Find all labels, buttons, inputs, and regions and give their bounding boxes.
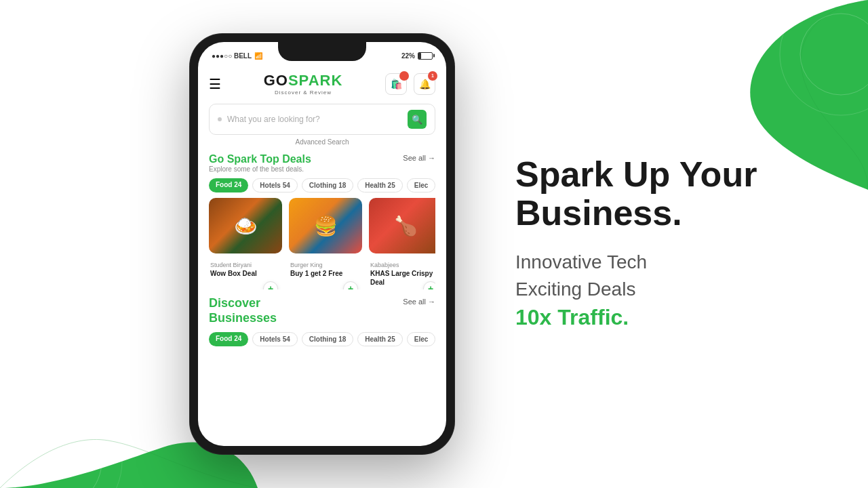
filter-tab-clothing[interactable]: Clothing 18 [302,178,353,192]
app-header: ☰ GOSPARK Discover & Review 🛍️ � [209,66,435,104]
cart-badge [399,71,409,81]
see-all-arrow-icon: → [428,154,435,162]
notification-button[interactable]: 🔔 1 [414,73,435,95]
logo-text: GOSPARK [264,72,343,89]
battery-indicator [418,52,433,60]
notification-badge: 1 [428,71,437,81]
discover-filter-tab-elec[interactable]: Elec [407,332,435,346]
main-headline: Spark Up Your Business. [515,155,814,232]
discover-filter-tab-clothing[interactable]: Clothing 18 [302,332,353,346]
discover-filter-tab-health[interactable]: Health 25 [357,332,402,346]
deal-card-emoji: 🍛 [209,198,282,253]
phone-frame: ●●●○○ BELL 📶 22% ☰ GOSPARK [190,34,454,454]
deal-card-emoji: 🍗 [369,198,435,253]
battery-fill [418,53,421,59]
deals-scroll: 🍛 + Student Biryani Wow Box Deal 🍔 + Bur… [209,198,435,289]
cart-button[interactable]: 🛍️ [385,73,407,95]
deal-vendor: Kababjees [370,262,435,268]
wifi-icon: 📶 [254,52,262,60]
search-input[interactable]: What you are looking for? [227,115,408,124]
svg-point-2 [7,413,102,488]
status-carrier: ●●●○○ BELL 📶 [212,52,262,60]
deal-card-emoji: 🍔 [289,198,362,253]
advanced-search-link[interactable]: Advanced Search [209,138,435,146]
deal-card[interactable]: 🍗 + Kababjees KHAS Large Crispy Deal [369,198,435,289]
header-icons: 🛍️ 🔔 1 [385,73,435,95]
top-deals-title-group: Go Spark Top Deals Explore some of the b… [209,152,311,173]
svg-point-3 [0,393,122,488]
discover-filter-tab-food[interactable]: Food 24 [209,332,248,346]
svg-point-0 [800,14,868,95]
deal-card-image: 🍗 [369,198,435,253]
top-deals-title: Go Spark Top Deals [209,152,311,165]
deal-vendor: Student Biryani [210,262,281,268]
discover-title: Discover Businesses [209,296,277,325]
phone-mockup: ●●●○○ BELL 📶 22% ☰ GOSPARK [190,34,454,454]
category-filter-tabs: Food 24Hotels 54Clothing 18Health 25Elec [209,178,435,192]
phone-screen: ●●●○○ BELL 📶 22% ☰ GOSPARK [198,42,446,446]
deal-card-info: Student Biryani Wow Box Deal [209,253,282,281]
discover-filter-tab-hotels[interactable]: Hotels 54 [252,332,297,346]
top-deals-subtitle: Explore some of the best deals. [209,165,311,173]
deal-name: Wow Box Deal [210,269,281,278]
app-content: ☰ GOSPARK Discover & Review 🛍️ � [198,66,446,446]
deal-card-info: Burger King Buy 1 get 2 Free [289,253,362,281]
top-deals-see-all[interactable]: See all → [403,154,435,162]
search-container: What you are looking for? 🔍 Advanced Sea… [209,104,435,146]
deal-vendor: Burger King [290,262,361,268]
search-dot [218,117,222,121]
phone-notch [278,42,366,61]
deal-card-image: 🍛 [209,198,282,253]
discover-filter-tabs: Food 24Hotels 54Clothing 18Health 25Elec [209,332,435,346]
right-panel: Spark Up Your Business. Innovative Tech … [515,155,814,333]
sub-text: Innovative Tech Exciting Deals 10x Traff… [515,249,814,333]
filter-tab-elec[interactable]: Elec [407,178,435,192]
deal-card[interactable]: 🍛 + Student Biryani Wow Box Deal [209,198,282,289]
top-deals-header: Go Spark Top Deals Explore some of the b… [209,152,435,173]
discover-businesses-header: Discover Businesses See all → [209,296,435,327]
filter-tab-food[interactable]: Food 24 [209,178,248,192]
deal-card-image: 🍔 [289,198,362,253]
discover-see-all[interactable]: See all → [403,298,435,306]
filter-tab-hotels[interactable]: Hotels 54 [252,178,297,192]
deal-card[interactable]: 🍔 + Burger King Buy 1 get 2 Free [289,198,362,289]
deal-add-button[interactable]: + [423,281,435,289]
svg-point-1 [780,0,868,115]
discover-title-group: Discover Businesses [209,296,277,327]
filter-tab-health[interactable]: Health 25 [357,178,402,192]
discover-see-all-arrow-icon: → [428,298,435,306]
logo-subtitle: Discover & Review [275,89,332,96]
app-logo: GOSPARK Discover & Review [264,72,343,96]
deal-name: Buy 1 get 2 Free [290,269,361,278]
search-box: What you are looking for? 🔍 [209,104,435,135]
search-button[interactable]: 🔍 [408,110,427,129]
hamburger-menu[interactable]: ☰ [209,76,221,92]
deal-add-button[interactable]: + [263,281,278,289]
status-battery: 22% [401,52,433,60]
deal-add-button[interactable]: + [343,281,358,289]
